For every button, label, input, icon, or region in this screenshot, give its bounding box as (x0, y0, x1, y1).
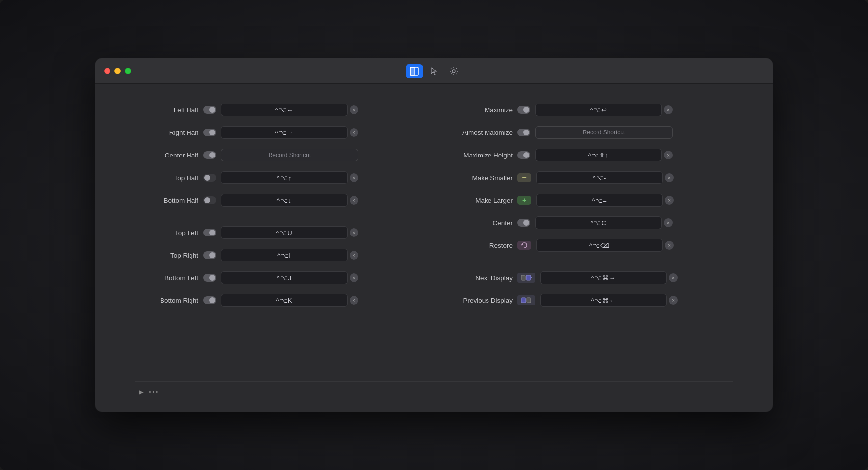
clear-button-left-half[interactable]: × (350, 105, 358, 114)
tab-cursor[interactable] (425, 64, 443, 78)
shortcut-input-next-display[interactable]: ^⌥⌘→ (540, 271, 667, 284)
label-maximize: Maximize (449, 106, 513, 114)
svg-rect-1 (410, 67, 414, 75)
input-wrapper-left-half: ^⌥←× (221, 104, 358, 116)
shortcut-row-make-larger: Make Larger+^⌥=× (449, 189, 733, 211)
clear-button-make-smaller[interactable]: × (665, 173, 674, 182)
content-area: Left Half^⌥←×Right Half^⌥→×Center HalfRe… (95, 84, 773, 412)
toggle-next-display[interactable] (517, 273, 535, 283)
clear-button-bottom-half[interactable]: × (350, 196, 358, 205)
shortcut-input-left-half[interactable]: ^⌥← (221, 104, 348, 116)
shortcut-input-maximize-height[interactable]: ^⌥⇧↑ (535, 149, 662, 161)
toggle-restore[interactable] (517, 241, 531, 250)
toggle-maximize[interactable] (517, 106, 530, 114)
svg-point-3 (452, 70, 455, 73)
shortcut-row-center: Center^⌥C× (449, 211, 733, 234)
input-wrapper-center-half: Record Shortcut (221, 149, 358, 161)
clear-button-restore[interactable]: × (665, 241, 674, 250)
toggle-top-right[interactable] (203, 251, 216, 259)
input-wrapper-top-half: ^⌥↑× (221, 171, 358, 184)
toggle-previous-display[interactable] (517, 295, 535, 305)
label-previous-display: Previous Display (449, 297, 513, 304)
toggle-maximize-height[interactable] (517, 151, 530, 159)
fullscreen-button[interactable] (125, 68, 131, 74)
clear-button-previous-display[interactable]: × (669, 296, 678, 305)
shortcut-input-make-larger[interactable]: ^⌥= (536, 194, 663, 207)
shortcut-row-restore: Restore^⌥⌫× (449, 234, 733, 257)
label-bottom-right: Bottom Right (135, 297, 198, 304)
toggle-top-half[interactable] (203, 174, 216, 182)
toggle-make-smaller[interactable]: − (517, 173, 531, 182)
input-wrapper-top-left: ^⌥U× (221, 226, 358, 239)
right-column: Maximize^⌥↩×Almost MaximizeRecord Shortc… (449, 99, 733, 376)
play-button[interactable]: ▶ (139, 389, 144, 395)
shortcut-row-bottom-left: Bottom Left^⌥J× (135, 266, 419, 289)
clear-button-bottom-left[interactable]: × (350, 273, 358, 282)
tab-settings[interactable] (445, 64, 462, 78)
svg-rect-4 (521, 275, 525, 280)
clear-button-next-display[interactable]: × (669, 273, 678, 282)
clear-button-bottom-right[interactable]: × (350, 296, 358, 305)
toggle-almost-maximize[interactable] (517, 129, 530, 136)
input-wrapper-bottom-right: ^⌥K× (221, 294, 358, 307)
shortcut-input-top-left[interactable]: ^⌥U (221, 226, 348, 239)
clear-button-maximize-height[interactable]: × (664, 151, 673, 159)
shortcut-input-right-half[interactable]: ^⌥→ (221, 126, 348, 139)
shortcut-input-restore[interactable]: ^⌥⌫ (536, 239, 663, 252)
label-top-right: Top Right (135, 252, 198, 259)
minimize-button[interactable] (114, 68, 121, 74)
clear-button-top-left[interactable]: × (350, 228, 358, 237)
toggle-center[interactable] (517, 219, 530, 227)
shortcut-row-previous-display: Previous Display^⌥⌘←× (449, 289, 733, 312)
svg-rect-6 (521, 298, 526, 303)
clear-button-top-right[interactable]: × (350, 251, 358, 260)
label-center: Center (449, 219, 513, 227)
shortcut-input-top-half[interactable]: ^⌥↑ (221, 171, 348, 184)
label-bottom-left: Bottom Left (135, 274, 198, 282)
more-button[interactable]: ••• (149, 388, 159, 396)
toggle-center-half[interactable] (203, 151, 216, 159)
input-wrapper-next-display: ^⌥⌘→× (540, 271, 678, 284)
clear-button-center[interactable]: × (664, 218, 673, 227)
input-wrapper-right-half: ^⌥→× (221, 126, 358, 139)
clear-button-maximize[interactable]: × (664, 105, 673, 114)
label-top-left: Top Left (135, 229, 198, 236)
toggle-bottom-right[interactable] (203, 296, 216, 304)
shortcut-row-next-display: Next Display^⌥⌘→× (449, 266, 733, 289)
shortcut-input-center[interactable]: ^⌥C (535, 216, 662, 229)
shortcut-input-bottom-left[interactable]: ^⌥J (221, 271, 348, 284)
toggle-bottom-left[interactable] (203, 274, 216, 282)
label-next-display: Next Display (449, 274, 513, 282)
shortcut-row-almost-maximize: Almost MaximizeRecord Shortcut (449, 121, 733, 144)
shortcut-input-center-half[interactable]: Record Shortcut (221, 149, 358, 161)
toggle-make-larger[interactable]: + (517, 196, 531, 205)
shortcut-input-bottom-half[interactable]: ^⌥↓ (221, 194, 348, 207)
input-wrapper-maximize-height: ^⌥⇧↑× (535, 149, 673, 161)
input-wrapper-make-larger: ^⌥=× (536, 194, 674, 207)
shortcut-input-maximize[interactable]: ^⌥↩ (535, 104, 662, 116)
label-restore: Restore (449, 242, 513, 249)
input-wrapper-almost-maximize: Record Shortcut (535, 126, 673, 139)
shortcut-input-almost-maximize[interactable]: Record Shortcut (535, 126, 673, 139)
clear-button-make-larger[interactable]: × (665, 196, 674, 205)
toggle-bottom-half[interactable] (203, 196, 216, 204)
clear-button-right-half[interactable]: × (350, 128, 358, 137)
shortcut-input-make-smaller[interactable]: ^⌥- (536, 171, 663, 184)
shortcut-input-top-right[interactable]: ^⌥I (221, 249, 348, 261)
toggle-top-left[interactable] (203, 229, 216, 236)
spacer (135, 211, 419, 221)
shortcut-row-left-half: Left Half^⌥←× (135, 99, 419, 121)
shortcut-input-previous-display[interactable]: ^⌥⌘← (540, 294, 667, 307)
close-button[interactable] (104, 68, 110, 74)
divider-line (164, 392, 729, 392)
label-right-half: Right Half (135, 129, 198, 136)
label-top-half: Top Half (135, 174, 198, 182)
input-wrapper-previous-display: ^⌥⌘←× (540, 294, 678, 307)
tab-snap[interactable] (406, 64, 423, 78)
toggle-left-half[interactable] (203, 106, 216, 114)
clear-button-top-half[interactable]: × (350, 173, 358, 182)
toggle-right-half[interactable] (203, 129, 216, 136)
left-column: Left Half^⌥←×Right Half^⌥→×Center HalfRe… (135, 99, 419, 376)
shortcut-row-maximize-height: Maximize Height^⌥⇧↑× (449, 144, 733, 166)
shortcut-input-bottom-right[interactable]: ^⌥K (221, 294, 348, 307)
